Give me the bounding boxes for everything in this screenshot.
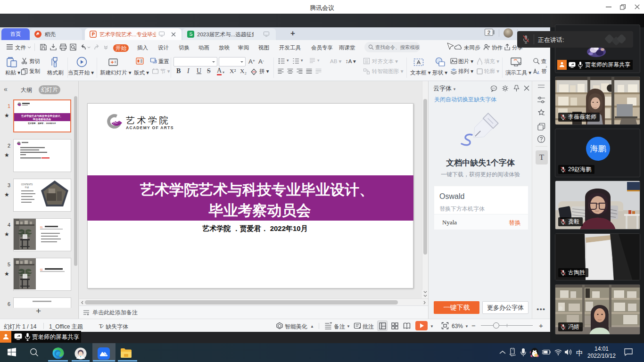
svg-text:CONTENTS: CONTENTS	[21, 183, 33, 186]
svg-text:艺术学院: 艺术学院	[126, 115, 170, 125]
svg-text:艺术学院艺术与科技专业毕业设计、: 艺术学院艺术与科技专业毕业设计、	[21, 115, 63, 118]
svg-text:ACADEMY OF ARTS: ACADEMY OF ARTS	[126, 125, 174, 130]
svg-text:毕业考察动员会: 毕业考察动员会	[33, 118, 51, 121]
svg-text:艺术学院 ．贾爱君． 2022年10月: 艺术学院 ．贾爱君． 2022年10月	[27, 122, 56, 125]
svg-text:02: 02	[40, 268, 43, 271]
svg-text:目录: 目录	[25, 186, 30, 189]
svg-text:01: 01	[40, 226, 43, 229]
